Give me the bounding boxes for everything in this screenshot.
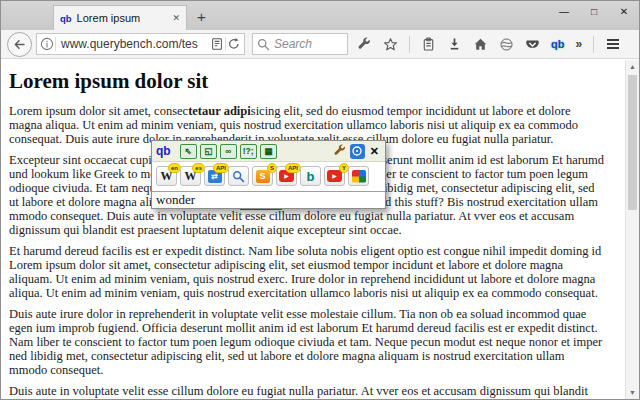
library-icon[interactable] — [421, 37, 436, 52]
text-line: magna aliqua. Ut enim ad minim veniam, q… — [9, 118, 625, 132]
page-content: Lorem ipsum dolor sit Lorem ipsum dolor … — [1, 60, 625, 399]
tab-lorem-ipsum[interactable]: qb Lorem ipsum ✕ — [53, 5, 187, 30]
search-placeholder[interactable]: Search — [274, 37, 312, 51]
link-tool-icon[interactable]: ∞ — [220, 144, 237, 159]
youtube-button[interactable]: ▶Y — [324, 166, 345, 186]
back-arrow-icon — [13, 38, 26, 51]
qb-extension-icon[interactable]: qb — [551, 38, 564, 50]
popup-query-input[interactable] — [152, 191, 385, 208]
bookmark-star-icon[interactable] — [383, 37, 398, 52]
scrollbar-thumb[interactable] — [628, 75, 637, 210]
reload-icon[interactable] — [227, 37, 241, 51]
reader-mode-icon[interactable] — [210, 37, 224, 51]
screen-tool-icon[interactable]: ▦ — [260, 144, 277, 159]
popup-wrench-icon[interactable] — [333, 144, 347, 158]
info-circle-icon — [351, 145, 363, 157]
wrench-icon[interactable] — [357, 37, 372, 52]
text-span: egen ium improb fugiend. Officia deserun… — [9, 321, 598, 335]
qb-extension-popup: qb ⇖◱∞!?;▦ ✕ WenWes⇄APISS▶APIb▶Y — [151, 140, 386, 209]
element-picker-tool-icon[interactable]: ◱ — [200, 144, 217, 159]
text-line: Lorem ipsum dolor sit amet, consectetur … — [9, 258, 625, 272]
text-line: Et harumd dereud facilis est er expedit … — [9, 244, 625, 258]
engine-badge: API — [285, 163, 301, 173]
browser-window: qb Lorem ipsum ✕ + — □ ✕ www.querybench.… — [0, 0, 640, 400]
globe-sketch-icon[interactable] — [499, 37, 514, 52]
magnifier-icon — [232, 170, 245, 183]
text-line: Nam liber te conscient to factor tum poe… — [9, 335, 625, 349]
collage-icon — [352, 170, 366, 183]
new-tab-button[interactable]: + — [197, 8, 206, 25]
popup-query-row — [152, 191, 385, 208]
web-search-button[interactable] — [228, 166, 249, 186]
tab-close-icon[interactable]: ✕ — [172, 13, 180, 23]
text-line: egen ium improb fugiend. Officia deserun… — [9, 321, 625, 335]
scroll-down-arrow-icon[interactable]: ▼ — [626, 389, 639, 396]
paragraph: Duis aute in voluptate velit esse cillum… — [9, 384, 625, 399]
text-line: aliquam. Ut enim ad minim veniam, quis n… — [9, 272, 625, 286]
close-button[interactable]: ✕ — [609, 1, 639, 22]
bold-text: tetaur adipi — [188, 104, 251, 118]
url-divider — [55, 37, 56, 51]
toolbar-divider-2 — [593, 36, 594, 53]
text-line: Duis aute in voluptate velit esse cillum… — [9, 384, 625, 398]
text-span: Lorem ipsum dolor sit amet, consectetur … — [9, 258, 563, 272]
text-span: dignissum qui blandit est praesent lupta… — [9, 223, 402, 237]
text-line: ned libidig met, consectetur adipiscing … — [9, 349, 625, 363]
wikipedia-es-button[interactable]: Wes — [180, 166, 201, 186]
s-engine-button[interactable]: SS — [252, 166, 273, 186]
text-span: sicing elit, sed do eiusmod tempor incid… — [251, 104, 571, 118]
bing-b-icon: b — [307, 169, 315, 184]
qb-favicon-icon: qb — [60, 13, 72, 24]
back-button[interactable] — [7, 32, 32, 57]
site-info-icon[interactable] — [40, 37, 54, 51]
menu-hamburger-icon[interactable] — [605, 37, 621, 51]
popup-toolbar: qb ⇖◱∞!?;▦ ✕ — [152, 141, 385, 162]
search-bar[interactable]: Search — [252, 33, 348, 55]
text-line: Lorem ipsum dolor sit amet, consectetaur… — [9, 104, 625, 118]
text-line: aliqua. Ut enim ad minim veniam, quis no… — [9, 286, 625, 300]
overflow-chevron-icon[interactable]: » — [575, 37, 582, 51]
search-icon — [257, 38, 270, 51]
popup-info-button[interactable] — [350, 144, 365, 159]
text-span: mmodo consequet. — [9, 363, 103, 377]
tab-bar: qb Lorem ipsum ✕ + — □ ✕ — [1, 1, 639, 31]
page-title: Lorem ipsum dolor sit — [9, 69, 625, 94]
url-text[interactable]: www.querybench.com/tes — [57, 37, 210, 51]
bing-button[interactable]: b — [300, 166, 321, 186]
translate-api-button[interactable]: ⇄API — [204, 166, 225, 186]
video-api-button[interactable]: ▶API — [276, 166, 297, 186]
text-span: Duis aute irure dolor in reprehenderit i… — [9, 307, 586, 321]
text-span: aliquam. Ut enim ad minim veniam, quis n… — [9, 272, 595, 286]
text-span: magna aliqua. Ut enim ad minim veniam, q… — [9, 118, 578, 132]
navigation-bar: www.querybench.com/tes Search qb » — [1, 30, 639, 59]
paragraph: Duis aute irure dolor in reprehenderit i… — [9, 307, 625, 377]
toolbar-divider — [409, 36, 410, 53]
toolbar-icons: qb » — [357, 36, 621, 53]
images-button[interactable] — [348, 166, 369, 186]
text-line: dignissum qui blandit est praesent lupta… — [9, 223, 625, 237]
text-line: est praesent. Trenz pruca beynocguon doa… — [9, 398, 625, 399]
text-span: Lorem ipsum dolor sit amet, consec — [9, 104, 188, 118]
tab-title: Lorem ipsum — [77, 12, 169, 24]
scroll-up-arrow-icon[interactable]: ▲ — [626, 63, 639, 70]
text-span: ned libidig met, consectetur adipiscing … — [9, 349, 564, 363]
maximize-button[interactable]: □ — [579, 1, 609, 22]
wikipedia-en-button[interactable]: Wen — [156, 166, 177, 186]
home-icon[interactable] — [473, 37, 488, 52]
url-divider-2 — [225, 37, 226, 51]
text-line: Duis aute irure dolor in reprehenderit i… — [9, 307, 625, 321]
popup-engines-row: WenWes⇄APISS▶APIb▶Y — [152, 162, 385, 191]
select-text-tool-icon[interactable]: ⇖ — [180, 144, 197, 159]
text-span: Et harumd dereud facilis est er expedit … — [9, 244, 601, 258]
page-scrollbar[interactable]: ▲ ▼ — [625, 60, 639, 399]
minimize-button[interactable]: — — [549, 1, 579, 22]
punctuation-tool-icon[interactable]: !?; — [240, 144, 257, 159]
url-bar[interactable]: www.querybench.com/tes — [36, 33, 245, 55]
popup-close-icon[interactable]: ✕ — [370, 145, 379, 158]
popup-qb-logo: qb — [156, 144, 171, 158]
text-line: mmodo consequet. — [9, 363, 625, 377]
pocket-icon[interactable] — [525, 37, 540, 52]
window-controls: — □ ✕ — [549, 1, 639, 22]
download-icon[interactable] — [447, 37, 462, 52]
text-span: est praesent. Trenz pruca beynocguon doa… — [9, 398, 587, 399]
